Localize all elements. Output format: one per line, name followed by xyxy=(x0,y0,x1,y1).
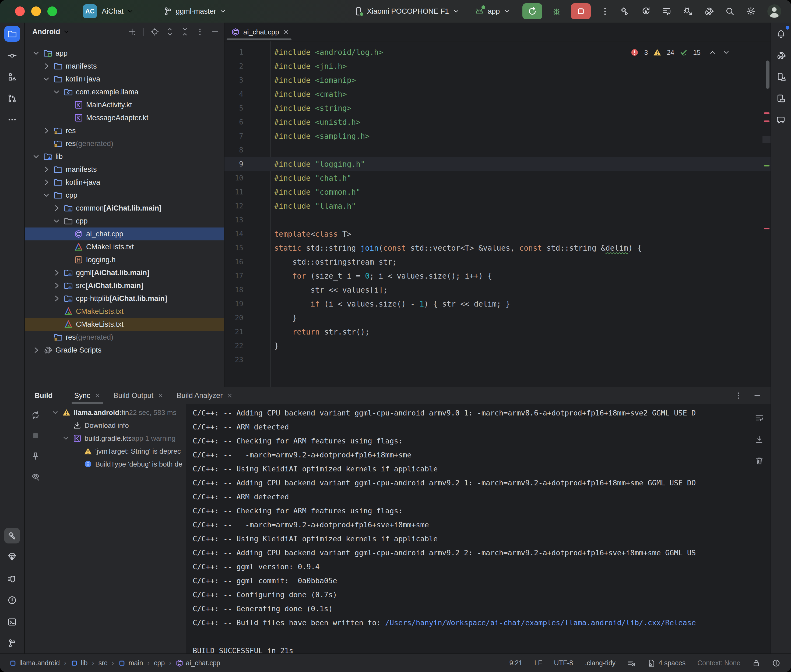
code-line-9[interactable]: 9#include "logging.h" xyxy=(225,157,770,171)
editor-tab-ai-chat-cpp[interactable]: ai_chat.cpp xyxy=(225,23,296,41)
device-selector[interactable]: Xiaomi POCOPHONE F1 xyxy=(354,7,460,16)
tree-item-src[interactable]: src [AiChat.lib.main] xyxy=(25,279,224,292)
code-line-6[interactable]: 6#include <unistd.h> xyxy=(225,115,770,129)
close-icon[interactable] xyxy=(95,393,101,398)
tool-strip-problems[interactable] xyxy=(4,592,20,608)
code-line-12[interactable]: 12#include "llama.h" xyxy=(225,199,770,213)
branch-selector[interactable]: ggml-master xyxy=(164,7,226,16)
chevron-right-icon[interactable] xyxy=(52,294,61,303)
chevron-right-icon[interactable] xyxy=(42,126,51,135)
tool-strip-logcat[interactable] xyxy=(4,571,20,587)
chevron-down-icon[interactable] xyxy=(42,75,51,83)
chevron-right-icon[interactable] xyxy=(73,460,81,468)
tree-item-lib[interactable]: lib xyxy=(25,150,224,163)
refresh-button[interactable] xyxy=(31,411,40,419)
project-selector[interactable]: AiChat xyxy=(97,7,134,16)
build-icon[interactable] xyxy=(620,7,629,16)
tree-item-cmakelists-txt[interactable]: CMakeLists.txt xyxy=(25,318,224,331)
tree-item-res[interactable]: res (generated) xyxy=(25,137,224,150)
chevron-right-icon[interactable] xyxy=(52,268,61,277)
error-stripe-mark[interactable] xyxy=(764,120,770,122)
close-icon[interactable] xyxy=(158,393,164,398)
minimize-window-button[interactable] xyxy=(31,6,41,16)
breadcrumb-item[interactable]: main xyxy=(118,659,143,667)
tool-strip-gradle[interactable] xyxy=(773,48,789,64)
project-view-selector[interactable]: Android xyxy=(32,28,60,36)
tree-item-ggml[interactable]: ggml [AiChat.lib.main] xyxy=(25,266,224,279)
tool-strip-device-manager[interactable] xyxy=(773,69,789,85)
tree-item-cpp[interactable]: cpp xyxy=(25,189,224,202)
chevron-right-icon[interactable] xyxy=(73,447,81,455)
tree-item-manifests[interactable]: manifests xyxy=(25,60,224,73)
rerun-button[interactable] xyxy=(522,3,542,19)
chevron-right-icon[interactable] xyxy=(42,165,51,174)
chevron-right-icon[interactable] xyxy=(52,281,61,290)
gear-icon[interactable] xyxy=(746,7,756,16)
tool-strip-pull-requests[interactable] xyxy=(4,91,20,106)
tree-item-gradle-scripts[interactable]: Gradle Scripts xyxy=(25,344,224,357)
problems-widget[interactable] xyxy=(772,659,780,667)
code-line-16[interactable]: 16 std::ostringstream str; xyxy=(225,255,770,269)
more-actions-button[interactable] xyxy=(600,7,610,16)
tree-item-res[interactable]: res (generated) xyxy=(25,331,224,344)
chevron-down-icon[interactable] xyxy=(52,217,61,226)
build-console[interactable]: C/C++: -- Using KleidiAI optimized kerne… xyxy=(186,404,770,654)
expand-all-button[interactable] xyxy=(166,28,174,36)
tool-strip-terminal[interactable] xyxy=(4,614,20,630)
code-line-11[interactable]: 11#include "common.h" xyxy=(225,185,770,199)
chevron-right-icon[interactable] xyxy=(63,230,71,238)
select-opened-file-button[interactable] xyxy=(151,28,159,36)
trash-button[interactable] xyxy=(755,457,764,465)
chevron-down-icon[interactable] xyxy=(62,434,70,442)
chevron-down-icon[interactable] xyxy=(51,408,59,416)
code-area[interactable]: 1#include <android/log.h>2#include <jni.… xyxy=(225,42,770,387)
apply-code-changes-icon[interactable] xyxy=(663,7,672,16)
breadcrumb-item[interactable]: llama.android xyxy=(9,659,60,667)
encoding[interactable]: UTF-8 xyxy=(554,659,573,667)
scroll-end-button[interactable] xyxy=(755,435,764,444)
breadcrumb-item[interactable]: lib xyxy=(71,659,87,667)
code-line-20[interactable]: 20 } xyxy=(225,311,770,325)
inspections-widget[interactable] xyxy=(627,659,635,667)
build-tree-item[interactable]: llama.android: fin 22 sec, 583 ms xyxy=(46,406,186,419)
code-line-5[interactable]: 5#include <string> xyxy=(225,101,770,115)
build-tab-build-analyzer[interactable]: Build Analyzer xyxy=(170,387,239,404)
chevron-right-icon[interactable] xyxy=(63,243,71,251)
code-line-22[interactable]: 22} xyxy=(225,339,770,353)
chevron-right-icon[interactable] xyxy=(52,320,61,329)
code-line-7[interactable]: 7#include <sampling.h> xyxy=(225,129,770,143)
hide-panel-button[interactable] xyxy=(211,28,219,36)
tool-strip-commit[interactable] xyxy=(4,48,20,64)
tree-item-cpp[interactable]: cpp xyxy=(25,214,224,227)
tool-strip-project[interactable] xyxy=(4,26,20,42)
breadcrumb-item[interactable]: cpp xyxy=(154,659,165,667)
avatar[interactable] xyxy=(767,4,781,18)
chevron-right-icon[interactable] xyxy=(42,139,51,148)
tree-item-messageadapter-kt[interactable]: MessageAdapter.kt xyxy=(25,111,224,124)
code-line-21[interactable]: 21 return str.str(); xyxy=(225,325,770,339)
code-line-15[interactable]: 15static std::string join(const std::vec… xyxy=(225,241,770,255)
chevron-right-icon[interactable] xyxy=(32,346,40,354)
chevron-right-icon[interactable] xyxy=(52,204,61,213)
context-widget[interactable]: Context: None xyxy=(697,659,740,667)
tree-item-logging-h[interactable]: logging.h xyxy=(25,253,224,266)
tree-item-kotlin-java[interactable]: kotlin+java xyxy=(25,176,224,189)
code-line-18[interactable]: 18 str << values[i]; xyxy=(225,283,770,297)
tree-item-kotlin-java[interactable]: kotlin+java xyxy=(25,73,224,85)
breadcrumb-item[interactable]: ai_chat.cpp xyxy=(176,659,220,667)
caret-position[interactable]: 9:21 xyxy=(509,659,522,667)
tree-item-ai-chat-cpp[interactable]: ai_chat.cpp xyxy=(25,227,224,240)
tool-strip-running-devices[interactable] xyxy=(773,91,789,106)
tree-item-com-example-llama[interactable]: com.example.llama xyxy=(25,85,224,98)
change-stripe-mark[interactable] xyxy=(764,165,770,166)
tool-strip-diamond[interactable] xyxy=(4,549,20,565)
chevron-right-icon[interactable] xyxy=(42,178,51,187)
chevron-down-icon[interactable] xyxy=(32,49,40,58)
maximize-window-button[interactable] xyxy=(47,6,57,16)
tool-strip-more-h[interactable] xyxy=(4,112,20,128)
code-line-13[interactable]: 13 xyxy=(225,213,770,227)
tree-item-common[interactable]: common [AiChat.lib.main] xyxy=(25,202,224,214)
chevron-right-icon[interactable] xyxy=(63,101,71,109)
minimize-panel-button[interactable] xyxy=(753,392,761,400)
tree-item-app[interactable]: app xyxy=(25,47,224,60)
